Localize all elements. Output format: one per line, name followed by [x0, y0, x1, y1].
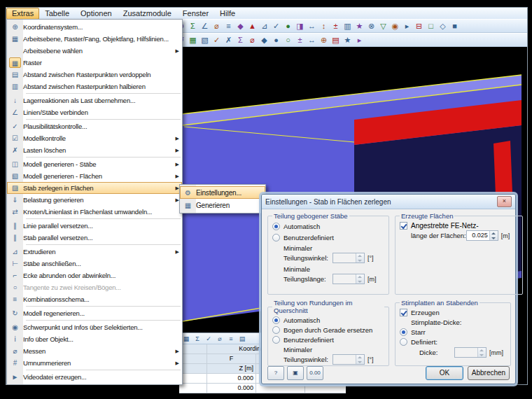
radio-starr[interactable]	[400, 328, 407, 336]
toolbar-icon[interactable]: ▸	[401, 20, 413, 31]
toolbar-icon[interactable]: ⌀	[246, 34, 258, 46]
min-teilungswinkel-input[interactable]	[332, 253, 365, 263]
dialog-tool-button[interactable]: ?	[267, 366, 284, 380]
radio-bent-benutzerdefiniert[interactable]	[272, 234, 280, 241]
menu-item[interactable]: ▨ Stab zerlegen in Flächen	[7, 182, 182, 194]
menu-item[interactable]: i Info über Objekt...	[7, 333, 182, 345]
menu-item[interactable]: ▤ Abstand zwischen Rasterpunkten verdopp…	[7, 69, 182, 80]
menu-item[interactable]: ○ Tangente zu zwei Kreisen/Bögen...	[7, 281, 182, 293]
menu-item[interactable]: ∥ Linie parallel versetzen...	[7, 220, 182, 232]
toolbar-icon[interactable]: ↔	[306, 20, 318, 31]
toolbar-icon[interactable]: Σ	[187, 20, 199, 31]
spinner-arrows-icon[interactable]	[356, 253, 364, 262]
menu-item[interactable]: ⇓ Belastung generieren	[7, 194, 182, 206]
fe-netz-laenge-input[interactable]: 0.025	[466, 230, 498, 241]
toolbar-icon[interactable]: ■	[449, 20, 461, 31]
toolbar-icon[interactable]: ◨	[294, 20, 306, 31]
toolbar-icon[interactable]: ✓	[211, 34, 223, 46]
toolbar-icon[interactable]: ●	[270, 34, 282, 46]
spinner-arrows-icon[interactable]	[489, 231, 498, 240]
toolbar-icon[interactable]: □	[425, 20, 437, 31]
toolbar-icon[interactable]: ±	[294, 34, 306, 46]
submenu-item[interactable]: ▦ Generieren	[180, 199, 265, 211]
toolbar-icon[interactable]: ○	[282, 34, 294, 46]
menu-item[interactable]: Arbeitsebene wählen	[7, 45, 182, 57]
menu-item[interactable]: ≡ Kombinationsschema...	[7, 293, 182, 305]
toolbar-icon[interactable]: ↕	[318, 20, 330, 31]
toolbar-icon[interactable]: ⌀	[211, 20, 223, 31]
toolbar-icon[interactable]: ⊗	[365, 20, 377, 31]
menu-item[interactable]: ◉ Schwerpunkt und Infos über Selektierte…	[7, 321, 182, 333]
dicke-input[interactable]	[454, 347, 486, 358]
menu-item[interactable]: # Umnummerieren	[7, 357, 182, 369]
menu-item[interactable]: ☑ Modellkontrolle	[7, 132, 182, 144]
toolbar-icon[interactable]: ◉	[389, 20, 401, 31]
menu-item[interactable]: ⊿ Extrudieren	[7, 246, 182, 258]
toolbar-icon[interactable]: ⊟	[413, 20, 425, 31]
toolbar-icon[interactable]: ◇	[437, 20, 449, 31]
menu-item[interactable]: ⊢ Stäbe anschließen...	[7, 258, 182, 270]
menu-item[interactable]: ▥ Abstand zwischen Rasterpunkten halbier…	[7, 80, 182, 92]
toolbar-icon[interactable]: ✗	[223, 34, 234, 46]
menu-item[interactable]: ⌐ Ecke abrunden oder abwinkeln...	[7, 270, 182, 281]
radio-round-automatisch[interactable]	[272, 316, 280, 324]
menu-item[interactable]: ▦ Raster	[7, 57, 182, 69]
spinner-arrows-icon[interactable]	[477, 348, 486, 357]
toolbar-icon[interactable]: ∠	[199, 20, 211, 31]
radio-bent-automatisch[interactable]	[272, 223, 280, 230]
dialog-tool-button[interactable]: ▣	[287, 366, 304, 380]
table-toolbar-icon[interactable]: ▤	[237, 335, 248, 342]
menu-item[interactable]: ⇄ Knoten/Linienlast in Flächenlast umwan…	[7, 206, 182, 218]
menubar-item[interactable]: Fenster	[177, 8, 214, 20]
table-row[interactable]: 0.000	[179, 384, 346, 393]
table-toolbar-icon[interactable]: ≡	[225, 335, 237, 342]
toolbar-icon[interactable]: ▲	[246, 20, 258, 31]
radio-definiert[interactable]	[400, 338, 407, 346]
checkbox-fe-netz[interactable]	[400, 222, 407, 230]
table-toolbar-icon[interactable]: ✓	[203, 335, 214, 342]
dialog-tool-button[interactable]: 0.00	[307, 366, 323, 380]
toolbar-icon[interactable]: ▤	[330, 34, 342, 46]
dialog-titlebar[interactable]: Einstellungen - Stab in Flächen zerlegen…	[262, 195, 515, 209]
toolbar-icon[interactable]: ↔	[306, 34, 318, 46]
toolbar-icon[interactable]: ▸	[354, 34, 365, 46]
radio-bogen-durch-gerade[interactable]	[272, 326, 280, 334]
round-min-teilungswinkel-input[interactable]	[332, 354, 365, 365]
toolbar-icon[interactable]: ▧	[199, 34, 211, 46]
menubar-item[interactable]: Tabelle	[39, 8, 75, 20]
toolbar-icon[interactable]: ★	[354, 20, 365, 31]
toolbar-icon[interactable]: ▥	[342, 20, 354, 31]
menu-item[interactable]: ⊕ Koordinatensystem...	[7, 21, 182, 33]
menu-item[interactable]: ✓ Plausibilitätskontrolle...	[7, 120, 182, 132]
menu-item[interactable]: ◫ Modell generieren - Stäbe	[7, 158, 182, 170]
toolbar-icon[interactable]: ±	[330, 20, 342, 31]
toolbar-icon[interactable]: ≡	[223, 20, 234, 31]
cancel-button[interactable]: Abbrechen	[468, 366, 510, 380]
menu-item[interactable]: ↓ Lagerreaktionen als Last übernehmen...	[7, 94, 182, 106]
table-value-cell[interactable]: 0.000	[207, 374, 256, 383]
toolbar-icon[interactable]: ◆	[258, 34, 270, 46]
close-icon[interactable]: ×	[497, 196, 512, 207]
toolbar-icon[interactable]: ★	[342, 34, 354, 46]
toolbar-icon[interactable]: ⊕	[318, 34, 330, 46]
radio-round-benutzerdefiniert[interactable]	[272, 336, 280, 344]
spinner-arrows-icon[interactable]	[356, 355, 364, 364]
menu-item[interactable]: ▧ Modell generieren - Flächen	[7, 170, 182, 182]
menubar-item[interactable]: Extras	[6, 8, 39, 20]
table-toolbar-icon[interactable]: ⌀	[214, 335, 225, 342]
toolbar-icon[interactable]: ◆	[234, 20, 246, 31]
table-value-cell[interactable]: 0.000	[207, 384, 256, 393]
table-toolbar-icon[interactable]: Σ	[192, 335, 203, 342]
ok-button[interactable]: OK	[426, 366, 463, 380]
spinner-arrows-icon[interactable]	[356, 274, 364, 284]
menu-item[interactable]: ∠ Linien/Stäbe verbinden	[7, 106, 182, 118]
submenu-item[interactable]: ⚙ Einstellungen...	[180, 186, 265, 199]
menubar-item[interactable]: Optionen	[75, 8, 118, 20]
menubar-item[interactable]: Hilfe	[214, 8, 241, 20]
toolbar-icon[interactable]: ⊿	[258, 20, 270, 31]
menubar-item[interactable]: Zusatzmodule	[118, 8, 177, 20]
toolbar-icon[interactable]: ●	[282, 20, 294, 31]
menu-item[interactable]: ▦ Arbeitsebene, Raster/Fang, Objektfang,…	[7, 33, 182, 45]
toolbar-icon[interactable]: ✓	[270, 20, 282, 31]
toolbar-icon[interactable]: ▦	[187, 34, 199, 46]
